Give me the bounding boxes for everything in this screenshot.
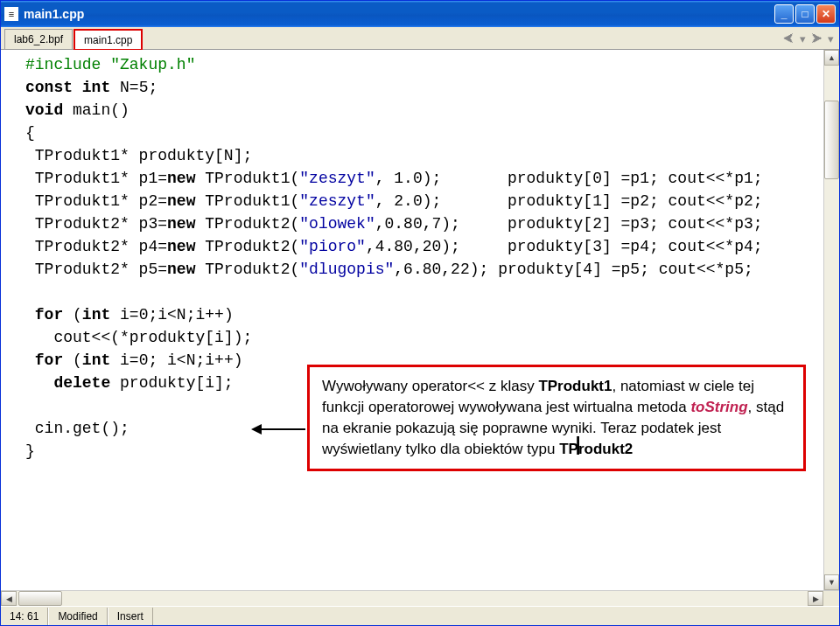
scroll-track-v[interactable] bbox=[824, 66, 839, 574]
nav-fwd-icon[interactable]: ⮞ bbox=[811, 32, 822, 45]
status-cursor-pos: 14: 61 bbox=[1, 608, 48, 625]
scroll-thumb-h[interactable] bbox=[18, 591, 62, 606]
horizontal-scrollbar[interactable]: ◀ ▶ bbox=[1, 590, 839, 606]
text-cursor: | bbox=[572, 435, 584, 456]
callout-method: toString bbox=[690, 399, 747, 415]
status-bar: 14: 61 Modified Insert bbox=[1, 606, 839, 625]
code-editor[interactable]: #include "Zakup.h" const int N=5; void m… bbox=[1, 50, 823, 590]
nav-fwd-dropdown-icon[interactable]: ▾ bbox=[828, 32, 834, 45]
editor-window: ≡ main1.cpp _ □ ✕ lab6_2.bpf main1.cpp ⮜… bbox=[0, 0, 840, 626]
status-modified: Modified bbox=[48, 608, 107, 625]
scroll-up-icon[interactable]: ▲ bbox=[824, 50, 839, 66]
scroll-corner bbox=[823, 591, 839, 606]
scroll-track-h[interactable] bbox=[17, 591, 808, 606]
window-title: main1.cpp bbox=[24, 7, 774, 21]
tab-main1[interactable]: main1.cpp bbox=[74, 30, 142, 50]
tab-lab6[interactable]: lab6_2.bpf bbox=[4, 29, 73, 49]
tab-nav: ⮜ ▾ ⮞ ▾ bbox=[783, 32, 834, 45]
callout-class1: TProdukt1 bbox=[538, 378, 612, 394]
minimize-button[interactable]: _ bbox=[774, 4, 794, 24]
annotation-callout: Wywoływany operator<< z klasy TProdukt1,… bbox=[307, 365, 806, 471]
nav-back-dropdown-icon[interactable]: ▾ bbox=[800, 32, 806, 45]
vertical-scrollbar[interactable]: ▲ ▼ bbox=[823, 50, 839, 590]
close-button[interactable]: ✕ bbox=[816, 4, 836, 24]
scroll-down-icon[interactable]: ▼ bbox=[824, 574, 839, 590]
window-controls: _ □ ✕ bbox=[774, 4, 836, 24]
callout-arrow-icon bbox=[253, 428, 305, 430]
app-icon: ≡ bbox=[4, 7, 18, 21]
scroll-left-icon[interactable]: ◀ bbox=[1, 591, 17, 606]
titlebar: ≡ main1.cpp _ □ ✕ bbox=[1, 1, 839, 27]
scroll-thumb-v[interactable] bbox=[824, 101, 839, 179]
tab-bar: lab6_2.bpf main1.cpp ⮜ ▾ ⮞ ▾ bbox=[1, 27, 839, 50]
maximize-button[interactable]: □ bbox=[795, 4, 815, 24]
status-mode: Insert bbox=[108, 608, 153, 625]
nav-back-icon[interactable]: ⮜ bbox=[783, 32, 794, 45]
callout-class2: TProdukt2 bbox=[559, 441, 633, 457]
editor-area: #include "Zakup.h" const int N=5; void m… bbox=[1, 50, 839, 590]
callout-text-1: Wywoływany operator<< z klasy bbox=[322, 378, 538, 394]
scroll-right-icon[interactable]: ▶ bbox=[808, 591, 823, 606]
